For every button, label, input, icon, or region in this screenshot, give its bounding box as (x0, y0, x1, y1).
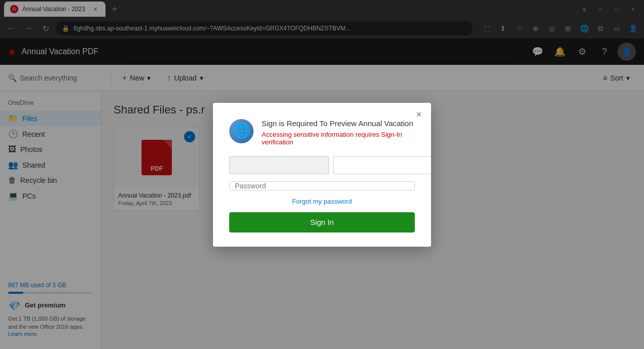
dialog-form: Forgot my password Sign In (229, 156, 415, 232)
globe-symbol: 🌐 (233, 123, 251, 139)
dialog-close-button[interactable]: × (413, 109, 425, 121)
email-input-2[interactable] (333, 156, 431, 174)
email-input[interactable] (229, 156, 329, 174)
email-row (229, 156, 415, 174)
modal-overlay: × 🌐 Sign is Required To Preview Annual V… (0, 0, 644, 349)
globe-icon: 🌐 (229, 119, 254, 143)
dialog-header: 🌐 Sign is Required To Preview Annual Vac… (229, 119, 415, 146)
dialog-subtitle: Accessing sensitive information requires… (262, 131, 415, 146)
forgot-password-link[interactable]: Forgot my password (229, 198, 415, 205)
sign-in-dialog: × 🌐 Sign is Required To Preview Annual V… (213, 103, 431, 247)
sign-in-button[interactable]: Sign In (229, 212, 415, 232)
password-input[interactable] (229, 181, 415, 190)
dialog-text-area: Sign is Required To Preview Annual Vacat… (262, 119, 415, 146)
dialog-title: Sign is Required To Preview Annual Vacat… (262, 119, 415, 128)
